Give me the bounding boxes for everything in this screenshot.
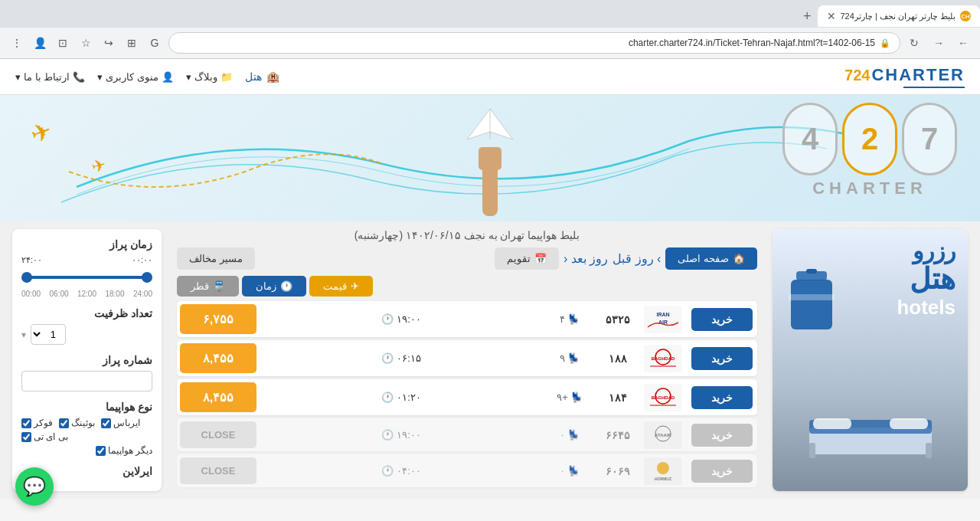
fokker-checkbox-row: فوکر bbox=[21, 418, 53, 428]
time-0: 🕐 ۱۹:۰۰ bbox=[260, 313, 543, 325]
price-1: ۸,۴۵۵ bbox=[180, 343, 256, 373]
circle-2: 2 bbox=[842, 103, 897, 175]
browser-chrome: CH بلیط چارتر تهران نجف | چارتر724 ✕ + ←… bbox=[0, 0, 980, 59]
forward-button[interactable]: → bbox=[928, 32, 949, 54]
price-0: ۶,۷۵۵ bbox=[180, 304, 256, 334]
bookmark-icon[interactable]: ☆ bbox=[75, 32, 96, 54]
folder-icon: 📁 bbox=[220, 71, 233, 83]
buy-button-1[interactable]: خرید bbox=[691, 347, 753, 370]
logo-charter: CHARTER bbox=[871, 65, 965, 85]
google-icon[interactable]: G bbox=[144, 32, 165, 54]
flight-num-title: شماره پراز bbox=[21, 354, 152, 366]
browser-toolbar-icons: G ⊞ ↪ ☆ ⊡ 👤 ⋮ bbox=[6, 32, 165, 54]
buy-button-4[interactable]: خرید bbox=[691, 460, 753, 483]
logo-area: CHARTER 724 bbox=[844, 65, 965, 88]
seat-icon-3: 💺 bbox=[567, 429, 580, 441]
svg-text:BAGHDAD: BAGHDAD bbox=[651, 395, 675, 400]
airline-logo-4: HORMUZ bbox=[642, 457, 684, 485]
opposite-route-button[interactable]: مسیر مخالف bbox=[177, 247, 255, 270]
main-page-button[interactable]: 🏠 صفحه اصلی bbox=[665, 247, 757, 270]
table-row: خرید HORMUZ ۶۰۶۹ 💺 ۰ 🕐 ۰۴ bbox=[177, 454, 757, 487]
tab-title: بلیط چارتر تهران نجف | چارتر724 bbox=[841, 11, 956, 21]
translate-icon[interactable]: ⊞ bbox=[121, 32, 142, 54]
flight-num-input[interactable] bbox=[21, 371, 152, 392]
boeing-checkbox[interactable] bbox=[59, 418, 69, 428]
seat-icon-0: 💺 bbox=[567, 313, 580, 325]
aircraft-type-section: نوع هواپیما ایرباس بوئینگ فوکر بی ای تی bbox=[21, 401, 152, 456]
buy-button-2[interactable]: خرید bbox=[691, 386, 753, 409]
svg-rect-10 bbox=[813, 418, 851, 429]
price-4: CLOSE bbox=[180, 457, 256, 484]
clock-icon-3: 🕐 bbox=[381, 429, 394, 441]
flight-num-4: ۶۰۶۹ bbox=[596, 465, 639, 477]
profile-icon[interactable]: 👤 bbox=[29, 32, 51, 54]
contact-link[interactable]: 📞 ارتباط با ما ▾ bbox=[15, 71, 85, 83]
lock-icon: 🔒 bbox=[880, 38, 890, 48]
svg-rect-1 bbox=[479, 147, 501, 170]
prev-day-button[interactable]: › روز قبل bbox=[612, 247, 661, 270]
opposite-route-label: مسیر مخالف bbox=[189, 253, 243, 264]
atya-checkbox[interactable] bbox=[21, 432, 31, 442]
user-menu-link[interactable]: 👤 منوی کاربری ▾ bbox=[97, 71, 174, 83]
calendar-icon: 📅 bbox=[534, 253, 547, 264]
capacity-section: تعداد ظرفیت 1 2 3 4 ▾ bbox=[21, 307, 152, 345]
back-button[interactable]: ← bbox=[952, 32, 974, 54]
sort-tabs: ✈ قیمت 🕐 زمان 🚆 قطر bbox=[177, 276, 757, 297]
aircraft-type-title: نوع هواپیما bbox=[21, 401, 152, 413]
hotel-fa-label: هتل bbox=[897, 264, 956, 296]
plane-left-2: ✈ bbox=[92, 156, 106, 176]
table-row: خرید IRAN AIR ۵۳۲۵ 💺 ۴ � bbox=[177, 301, 757, 337]
time-label-12: 12:00 bbox=[77, 290, 96, 298]
tab-close-button[interactable]: ✕ bbox=[827, 10, 836, 22]
capacity-select[interactable]: 1 2 3 4 bbox=[31, 324, 66, 345]
circle-4: 4 bbox=[782, 103, 838, 175]
seats-3: 💺 ۰ bbox=[543, 429, 596, 441]
calendar-button[interactable]: 📅 تقویم bbox=[495, 247, 559, 270]
svg-rect-7 bbox=[806, 269, 817, 274]
sort-time-tab[interactable]: 🕐 زمان bbox=[242, 276, 306, 297]
blog-link[interactable]: 📁 وبلاگ ▾ bbox=[186, 71, 233, 83]
home-icon: 🏠 bbox=[733, 253, 745, 264]
next-day-button[interactable]: روز بعد ‹ bbox=[564, 247, 608, 270]
nav-links: 🏨 هتل 📁 وبلاگ ▾ 👤 منوی کاربری ▾ 📞 ارتباط… bbox=[15, 70, 279, 83]
share-icon[interactable]: ↪ bbox=[98, 32, 119, 54]
slider-thumb-left[interactable] bbox=[21, 272, 32, 283]
hotel-link[interactable]: 🏨 هتل bbox=[245, 70, 279, 83]
refresh-button[interactable]: ↻ bbox=[903, 32, 925, 54]
time-label-18: 18:00 bbox=[105, 290, 124, 298]
time-slider-track[interactable] bbox=[24, 270, 149, 285]
new-tab-button[interactable]: + bbox=[797, 8, 818, 25]
filter-sidebar: زمان پراز ۰۰:۰۰ ۲۴:۰۰ 00:00 06:00 12:00 … bbox=[12, 229, 162, 491]
svg-rect-13 bbox=[926, 443, 932, 458]
slider-thumb-right[interactable] bbox=[142, 272, 152, 283]
logo-underline bbox=[903, 87, 965, 88]
address-bar[interactable]: 🔒 charter.charter724.in/Ticket-Tehran-Na… bbox=[168, 32, 900, 54]
buy-button-0[interactable]: خرید bbox=[691, 308, 753, 331]
clock-icon-0: 🕐 bbox=[381, 313, 394, 325]
buy-button-3[interactable]: خرید bbox=[691, 424, 753, 447]
airline-logo-1: BAGHDAD bbox=[642, 345, 684, 372]
sort-train-tab[interactable]: 🚆 قطر bbox=[177, 276, 239, 297]
clock-icon-4: 🕐 bbox=[381, 465, 394, 477]
svg-rect-12 bbox=[809, 443, 815, 458]
aircraft-type-checkboxes: ایرباس بوئینگ فوکر بی ای تی دیگر هواپیما bbox=[21, 418, 152, 456]
flight-time-title: زمان پراز bbox=[21, 238, 152, 251]
menu-icon[interactable]: ⋮ bbox=[6, 32, 28, 54]
whatsapp-icon: 💬 bbox=[23, 476, 46, 497]
seat-icon-1: 💺 bbox=[567, 352, 580, 364]
time-label-24: 24:00 bbox=[133, 290, 152, 298]
price-3: CLOSE bbox=[180, 421, 256, 448]
sort-price-tab[interactable]: ✈ قیمت bbox=[309, 276, 373, 297]
svg-rect-11 bbox=[890, 418, 928, 429]
user-menu-label: منوی کاربری bbox=[106, 71, 158, 83]
hotel-sidebar[interactable]: رزرو هتل hotels bbox=[773, 229, 968, 491]
airbus-checkbox[interactable] bbox=[101, 418, 111, 428]
capacity-dropdown-icon: ▾ bbox=[21, 329, 26, 340]
active-tab[interactable]: CH بلیط چارتر تهران نجف | چارتر724 ✕ bbox=[818, 5, 981, 27]
prev-day-label: روز قبل bbox=[612, 252, 653, 265]
browser-controls: ← → ↻ 🔒 charter.charter724.in/Ticket-Teh… bbox=[0, 28, 980, 59]
other-checkbox[interactable] bbox=[96, 446, 106, 456]
fokker-checkbox[interactable] bbox=[21, 418, 31, 428]
svg-rect-6 bbox=[789, 294, 835, 300]
extension-icon[interactable]: ⊡ bbox=[52, 32, 74, 54]
